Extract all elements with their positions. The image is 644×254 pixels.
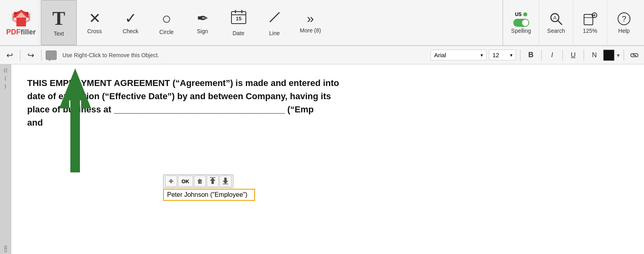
italic-button[interactable]: I — [546, 49, 558, 62]
text-tool-icon: T — [52, 9, 65, 28]
logo-text: PDFfiller — [6, 28, 36, 36]
color-dropdown-arrow[interactable]: ▾ — [617, 52, 620, 58]
separator-2 — [41, 50, 42, 61]
svg-text:15: 15 — [235, 16, 241, 22]
logo[interactable]: PDFfiller — [3, 0, 39, 45]
circle-icon: ○ — [161, 10, 171, 26]
toolbar-right: US Spelling A Search — [502, 0, 641, 45]
svg-marker-26 — [223, 178, 228, 184]
move-up-button[interactable] — [207, 176, 219, 187]
font-selector[interactable]: Arial ▾ — [431, 50, 486, 60]
text-tool-button[interactable]: T Text — [41, 0, 77, 45]
check-icon: ✓ — [125, 11, 137, 26]
ok-button[interactable]: OK — [178, 176, 193, 187]
redo-button[interactable]: ↪ — [24, 49, 37, 62]
cross-tool-button[interactable]: ✕ Cross — [77, 0, 113, 45]
spelling-status-dot — [523, 12, 527, 16]
link-button[interactable] — [628, 49, 641, 62]
zoom-button[interactable]: 125% — [573, 0, 607, 45]
font-size-value: 12 — [492, 52, 499, 58]
svg-rect-22 — [70, 100, 80, 172]
move-widget-button[interactable]: ✛ — [165, 176, 177, 187]
delete-widget-button[interactable]: 🗑 — [194, 176, 206, 187]
separator-3 — [520, 50, 520, 61]
separator-4 — [541, 50, 542, 61]
bold-button[interactable]: B — [524, 49, 537, 62]
pdffiller-logo-icon — [11, 9, 32, 26]
svg-rect-14 — [584, 14, 593, 25]
normal-button[interactable]: N — [588, 49, 601, 62]
text-widget-toolbar: ✛ OK 🗑 — [163, 174, 233, 188]
up-arrows-icon — [209, 177, 217, 186]
svg-text:A: A — [553, 15, 557, 21]
document-area[interactable]: THIS EMPLOYMENT AGREEMENT (“Agreement”) … — [11, 64, 644, 254]
spelling-button[interactable]: US Spelling — [503, 0, 539, 45]
svg-line-12 — [558, 20, 562, 25]
search-button[interactable]: A Search — [539, 0, 573, 45]
move-down-button[interactable] — [219, 176, 231, 187]
comment-bubble-icon[interactable] — [46, 50, 57, 60]
green-arrow-indicator — [59, 68, 91, 182]
separator-1 — [20, 50, 20, 61]
separator-5 — [562, 50, 563, 61]
spelling-label: Spelling — [511, 28, 531, 34]
doc-line-4: and — [27, 116, 628, 129]
top-toolbar: PDFfiller T Text ✕ Cross ✓ Check ○ Circl… — [0, 0, 644, 46]
sign-tool-label: Sign — [197, 28, 208, 34]
search-icon: A — [548, 11, 564, 28]
line-icon — [267, 9, 283, 28]
format-toolbar: ↩ ↪ Use Right-Click to Remove this Objec… — [0, 46, 644, 64]
line-tool-label: Line — [269, 30, 279, 36]
scroll-down-button[interactable]: ⟩ — [4, 84, 6, 89]
help-label: Help — [618, 28, 630, 34]
doc-line-1: THIS EMPLOYMENT AGREEMENT (“Agreement”) … — [27, 76, 628, 90]
cross-icon: ✕ — [89, 11, 101, 26]
font-chevron-icon: ▾ — [481, 52, 483, 58]
date-tool-button[interactable]: 15 Date — [221, 0, 257, 45]
spelling-toggle-track[interactable] — [513, 19, 529, 27]
scroll-top-button[interactable]: ⟨⟨ — [4, 68, 8, 73]
circle-tool-button[interactable]: ○ Circle — [149, 0, 185, 45]
check-tool-button[interactable]: ✓ Check — [113, 0, 149, 45]
separator-6 — [584, 50, 584, 61]
date-tool-label: Date — [233, 30, 245, 36]
ok-label: OK — [181, 178, 189, 184]
circle-tool-label: Circle — [160, 29, 174, 35]
document-text: THIS EMPLOYMENT AGREEMENT (“Agreement”) … — [27, 76, 628, 129]
move-icon: ✛ — [169, 178, 173, 184]
svg-marker-24 — [210, 178, 215, 184]
help-icon: ? — [616, 11, 632, 28]
text-tool-label: Text — [54, 30, 64, 37]
more-icon: » — [307, 12, 314, 25]
help-button[interactable]: ? Help — [607, 0, 641, 45]
link-icon — [630, 52, 639, 58]
delete-icon: 🗑 — [197, 178, 203, 184]
date-icon: 15 — [231, 9, 247, 28]
zoom-label: 125% — [583, 28, 597, 34]
font-size-selector[interactable]: 12 ▾ — [489, 50, 516, 60]
sign-tool-button[interactable]: ✒ Sign — [185, 0, 221, 45]
zoom-icon — [582, 11, 598, 28]
more-tools-button[interactable]: » More (8) — [293, 0, 329, 45]
spelling-country: US — [515, 12, 522, 17]
text-input-field[interactable] — [163, 189, 255, 201]
undo-button[interactable]: ↩ — [3, 49, 16, 62]
doc-line-3: place of business at ___________________… — [27, 103, 628, 116]
svg-text:?: ? — [622, 14, 626, 23]
check-tool-label: Check — [123, 28, 139, 34]
cross-tool-label: Cross — [87, 28, 102, 34]
scroll-up-button[interactable]: ⟨ — [4, 76, 6, 81]
hint-text: Use Right-Click to Remove this Object. — [62, 52, 159, 58]
ses-label[interactable]: SES — [4, 245, 8, 252]
sign-icon: ✒ — [197, 11, 209, 26]
separator-7 — [624, 50, 624, 61]
line-tool-button[interactable]: Line — [257, 0, 293, 45]
text-color-picker[interactable] — [603, 50, 614, 61]
font-size-chevron-icon: ▾ — [510, 52, 512, 58]
font-name: Arial — [434, 52, 446, 58]
svg-line-10 — [270, 12, 279, 22]
main-content: ⟨⟨ ⟨ ⟩ SES THIS EMPLOYMENT AGREEMENT (“A… — [0, 64, 644, 254]
more-tools-label: More (8) — [300, 27, 321, 34]
spelling-toggle-thumb — [522, 20, 528, 26]
underline-button[interactable]: U — [567, 49, 580, 62]
